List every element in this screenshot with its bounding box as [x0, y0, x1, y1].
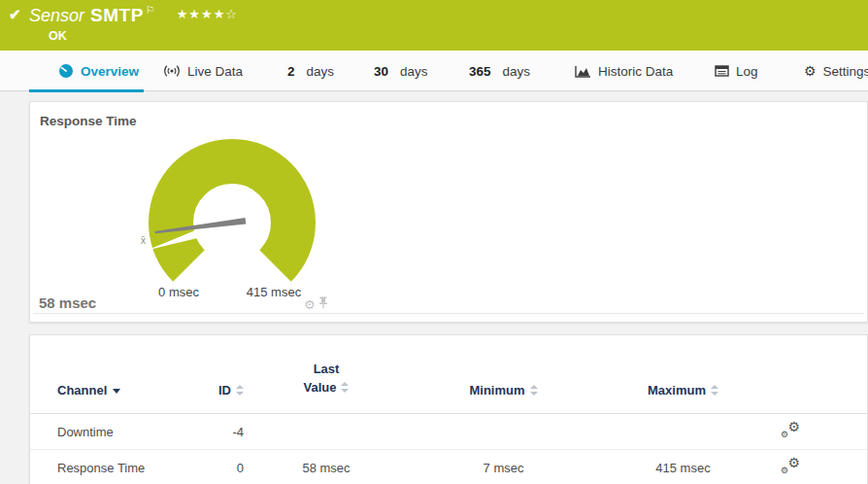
- column-header-channel[interactable]: Channel: [30, 383, 215, 398]
- tab-365-days[interactable]: 365days: [469, 51, 530, 91]
- tab-number: 30: [374, 64, 388, 79]
- sort-icon: [711, 385, 718, 396]
- broadcast-icon: [163, 64, 181, 78]
- tab-number: 2: [287, 64, 295, 79]
- stars-filled: ★★★★: [177, 7, 226, 21]
- gauge-max-label: 415 msec: [240, 285, 308, 299]
- gauge-arc: [171, 161, 293, 266]
- channel-settings-icon[interactable]: [781, 458, 800, 474]
- sensor-type-label: Sensor: [29, 6, 84, 25]
- tab-bar: Overview Live Data 2days 30days 365days …: [0, 51, 868, 91]
- tab-number: 365: [469, 64, 491, 79]
- widget-settings-icon[interactable]: [304, 298, 316, 311]
- log-icon: [715, 65, 729, 77]
- tab-label: Historic Data: [598, 64, 673, 79]
- status-check-icon: ✔: [9, 6, 21, 23]
- sort-icon: [236, 385, 244, 396]
- sort-icon: [530, 385, 538, 396]
- table-row-response-time[interactable]: Response Time 0 58 msec 7 msec 415 msec: [30, 450, 867, 484]
- gear-icon: [804, 63, 817, 79]
- column-header-minimum[interactable]: Minimum: [409, 383, 598, 398]
- tab-live-data[interactable]: Live Data: [163, 51, 243, 91]
- tab-label: Log: [736, 64, 758, 79]
- priority-stars[interactable]: ★★★★☆: [177, 7, 238, 21]
- pin-icon[interactable]: [318, 296, 328, 312]
- cell-channel[interactable]: Downtime: [30, 425, 215, 439]
- gauge-icon: [58, 63, 74, 79]
- flag-icon[interactable]: ⚐: [146, 4, 155, 16]
- tab-label: days: [400, 64, 428, 79]
- current-value: 58 msec: [39, 294, 96, 311]
- response-time-panel: Response Time x̄ 0 msec 415 msec 58 msec: [29, 101, 868, 323]
- tab-label: days: [503, 64, 531, 79]
- cell-maximum: 415 msec: [598, 461, 768, 475]
- column-header-maximum[interactable]: Maximum: [598, 383, 768, 398]
- gauge-min-label: 0 msec: [145, 285, 213, 299]
- tab-30-days[interactable]: 30days: [374, 51, 428, 91]
- column-header-id[interactable]: ID: [215, 383, 244, 398]
- tab-overview[interactable]: Overview: [29, 51, 144, 91]
- channel-settings-icon[interactable]: [781, 422, 800, 438]
- panel-divider: [33, 313, 864, 314]
- sensor-name: SMTP: [90, 5, 144, 25]
- tab-log[interactable]: Log: [715, 51, 758, 91]
- channels-table-panel: Channel ID Last Value Minimum Maximum Do…: [29, 334, 868, 484]
- status-badge: OK: [49, 29, 67, 43]
- sensor-title: SensorSMTP⚐★★★★☆: [29, 4, 238, 26]
- tab-settings[interactable]: Settings: [804, 51, 868, 91]
- cell-last-value: 58 msec: [244, 461, 409, 475]
- tab-historic-data[interactable]: Historic Data: [575, 51, 673, 91]
- gauge-average-symbol: x̄: [141, 235, 146, 246]
- widget-toolbar: [304, 296, 328, 312]
- cell-minimum: 7 msec: [409, 461, 598, 475]
- star-empty: ☆: [225, 7, 238, 21]
- tab-label: days: [307, 64, 335, 79]
- table-row-downtime[interactable]: Downtime -4: [30, 414, 867, 450]
- cell-channel[interactable]: Response Time: [30, 461, 215, 475]
- sort-icon: [341, 382, 349, 393]
- sensor-header: ✔ SensorSMTP⚐★★★★☆ OK: [0, 0, 868, 51]
- cell-id: -4: [215, 425, 244, 439]
- tab-label: Live Data: [187, 64, 243, 79]
- sort-desc-icon: [113, 389, 120, 394]
- table-header-row: Channel ID Last Value Minimum Maximum: [30, 335, 867, 414]
- cell-id: 0: [215, 461, 244, 475]
- column-header-last-value[interactable]: Last Value: [244, 361, 409, 398]
- tab-2-days[interactable]: 2days: [287, 51, 334, 91]
- gauge-title: Response Time: [40, 114, 137, 128]
- chart-icon: [575, 65, 591, 78]
- tab-label: Settings: [823, 64, 868, 79]
- tab-label: Overview: [81, 64, 139, 79]
